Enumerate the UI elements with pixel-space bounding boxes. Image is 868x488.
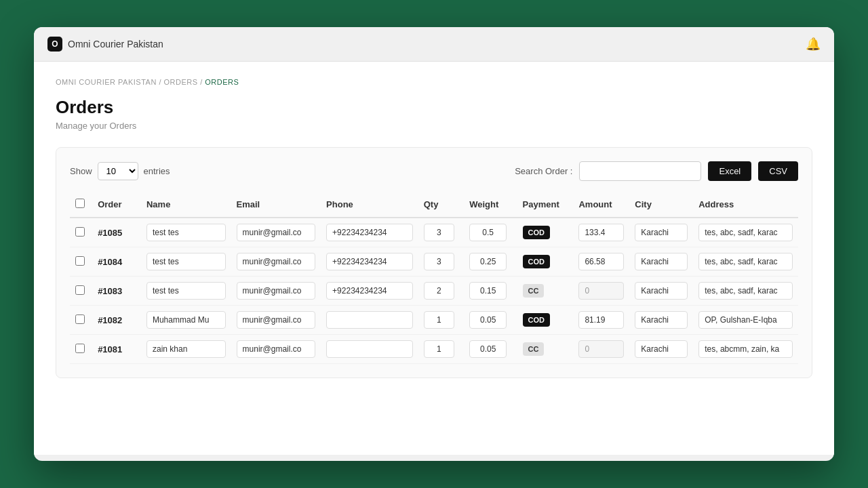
row-checkbox[interactable] [75, 256, 85, 266]
phone-input[interactable] [326, 224, 413, 241]
breadcrumb-current: ORDERS [205, 78, 239, 86]
row-email-cell [231, 247, 321, 277]
search-label: Search Order : [515, 166, 572, 176]
row-checkbox-cell [70, 306, 92, 335]
excel-button[interactable]: Excel [708, 161, 751, 181]
breadcrumb-home: OMNI COURIER PAKISTAN [56, 78, 157, 86]
row-qty-cell [418, 306, 464, 335]
row-address-cell [693, 335, 798, 364]
row-checkbox-cell [70, 335, 92, 364]
address-input[interactable] [698, 253, 793, 270]
row-phone-cell [321, 218, 418, 247]
qty-input[interactable] [424, 311, 454, 329]
table-container: Show 10 25 50 100 entries Search Order :… [56, 147, 812, 378]
row-amount-cell [573, 277, 629, 306]
row-payment-cell: COD [517, 218, 574, 247]
show-entries: Show 10 25 50 100 entries [70, 162, 170, 180]
row-name-cell [141, 277, 231, 306]
qty-input[interactable] [424, 224, 454, 241]
header-city: City [629, 192, 693, 218]
row-qty-cell [418, 335, 464, 364]
breadcrumb: OMNI COURIER PAKISTAN / ORDERS / ORDERS [56, 78, 812, 86]
row-address-cell [693, 218, 798, 247]
entries-label: entries [144, 166, 170, 176]
name-input[interactable] [146, 311, 226, 329]
email-input[interactable] [237, 224, 316, 241]
name-input[interactable] [146, 253, 226, 270]
payment-badge: COD [523, 226, 550, 239]
row-checkbox[interactable] [75, 227, 85, 237]
row-checkbox-cell [70, 247, 92, 277]
name-input[interactable] [146, 340, 226, 358]
phone-input[interactable] [326, 311, 413, 329]
name-input[interactable] [146, 224, 226, 241]
weight-input[interactable] [469, 224, 507, 241]
email-input[interactable] [237, 253, 316, 270]
row-email-cell [231, 218, 321, 247]
weight-input[interactable] [469, 282, 507, 300]
row-checkbox-cell [70, 218, 92, 247]
address-input[interactable] [698, 224, 793, 241]
amount-input[interactable] [578, 253, 624, 270]
qty-input[interactable] [424, 340, 454, 358]
breadcrumb-orders: ORDERS [164, 78, 198, 86]
address-input[interactable] [698, 340, 793, 358]
select-all-checkbox[interactable] [75, 199, 85, 208]
qty-input[interactable] [424, 282, 454, 300]
row-weight-cell [464, 335, 517, 364]
row-address-cell [693, 277, 798, 306]
search-input[interactable] [579, 161, 701, 181]
address-input[interactable] [698, 282, 793, 300]
qty-input[interactable] [424, 253, 454, 270]
row-qty-cell [418, 247, 464, 277]
row-address-cell [693, 247, 798, 277]
email-input[interactable] [237, 340, 316, 358]
city-input[interactable] [635, 224, 688, 241]
row-checkbox-cell [70, 277, 92, 306]
row-qty-cell [418, 218, 464, 247]
city-input[interactable] [635, 311, 688, 329]
header-amount: Amount [573, 192, 629, 218]
row-address-cell [693, 306, 798, 335]
bell-icon[interactable]: 🔔 [806, 37, 821, 52]
row-order-id: #1081 [92, 335, 141, 364]
row-checkbox[interactable] [75, 344, 85, 353]
city-input[interactable] [635, 253, 688, 270]
phone-input[interactable] [326, 253, 413, 270]
amount-input[interactable] [578, 311, 624, 329]
row-weight-cell [464, 247, 517, 277]
email-input[interactable] [237, 282, 316, 300]
amount-input[interactable] [578, 340, 624, 358]
address-input[interactable] [698, 311, 793, 329]
city-input[interactable] [635, 282, 688, 300]
entries-select[interactable]: 10 25 50 100 [98, 162, 138, 180]
row-payment-cell: COD [517, 247, 574, 277]
payment-badge: COD [523, 313, 550, 327]
weight-input[interactable] [469, 311, 507, 329]
amount-input[interactable] [578, 224, 624, 241]
row-order-id: #1084 [92, 247, 141, 277]
table-header-row: Order Name Email Phone Qty Weight Paymen… [70, 192, 798, 218]
breadcrumb-sep2: / [200, 78, 203, 86]
amount-input[interactable] [578, 282, 624, 300]
row-name-cell [141, 247, 231, 277]
header-checkbox-col [70, 192, 92, 218]
header-order: Order [92, 192, 141, 218]
row-email-cell [231, 277, 321, 306]
search-area: Search Order : Excel CSV [515, 161, 798, 181]
row-name-cell [141, 306, 231, 335]
row-checkbox[interactable] [75, 285, 85, 295]
row-checkbox[interactable] [75, 314, 85, 324]
name-input[interactable] [146, 282, 226, 300]
row-weight-cell [464, 218, 517, 247]
csv-button[interactable]: CSV [758, 161, 798, 181]
phone-input[interactable] [326, 282, 413, 300]
show-label: Show [70, 166, 92, 176]
weight-input[interactable] [469, 253, 507, 270]
weight-input[interactable] [469, 340, 507, 358]
row-phone-cell [321, 335, 418, 364]
city-input[interactable] [635, 340, 688, 358]
email-input[interactable] [237, 311, 316, 329]
row-order-id: #1082 [92, 306, 141, 335]
phone-input[interactable] [326, 340, 413, 358]
